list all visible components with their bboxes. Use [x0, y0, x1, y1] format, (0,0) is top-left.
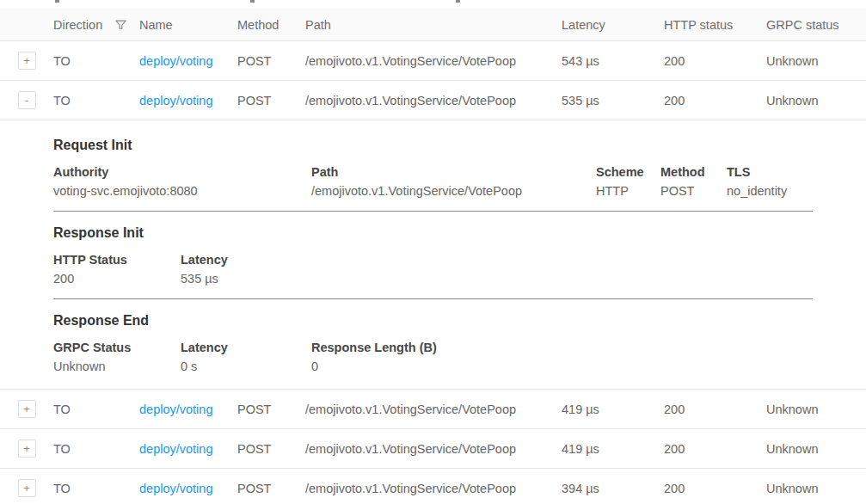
field-label: GRPC Status	[53, 341, 172, 354]
field-latency: Latency 535 µs	[181, 253, 236, 286]
response-end-section: Response End GRPC Status Unknown Latency…	[53, 299, 813, 373]
filter-icon[interactable]	[114, 18, 127, 31]
http-status-value: 200	[655, 403, 758, 416]
field-value: 535 µs	[181, 272, 228, 286]
grpc-status-value: Unknown	[758, 94, 866, 108]
tap-requests-table: Direction Name Method Path Latency HTTP …	[0, 9, 866, 504]
method-value: POST	[229, 94, 297, 108]
direction-value: TO	[45, 403, 131, 416]
grpc-status-value: Unknown	[758, 54, 866, 68]
expand-row-button[interactable]: +	[18, 479, 36, 497]
direction-value: TO	[45, 94, 131, 108]
field-value: voting-svc.emojivoto:8080	[53, 184, 303, 198]
expand-row-button[interactable]: +	[18, 439, 36, 458]
field-grpc-status: GRPC Status Unknown	[53, 341, 181, 373]
field-value: Unknown	[53, 360, 172, 373]
request-init-section: Request Init Authority voting-svc.emojiv…	[53, 124, 813, 212]
cropped-toolbar-strip	[0, 0, 866, 9]
direction-value: TO	[45, 442, 131, 456]
cropped-content-fragment	[456, 0, 460, 3]
field-tls: TLS no_identity	[727, 165, 795, 198]
field-value: POST	[660, 184, 718, 198]
section-title: Request Init	[53, 138, 813, 153]
latency-value: 394 µs	[553, 482, 655, 495]
field-path: Path /emojivoto.v1.VotingService/VotePoo…	[311, 165, 596, 198]
path-value: /emojivoto.v1.VotingService/VotePoop	[297, 94, 553, 108]
table-row-expanded: - TO deploy/voting POST /emojivoto.v1.Vo…	[0, 81, 866, 120]
field-label: Latency	[181, 253, 228, 267]
field-authority: Authority voting-svc.emojivoto:8080	[53, 165, 311, 198]
resource-link[interactable]: deploy/voting	[139, 442, 212, 456]
field-response-length: Response Length (B) 0	[311, 341, 445, 373]
cropped-content-fragment	[55, 0, 59, 3]
field-label: Method	[660, 165, 718, 179]
column-header-latency: Latency	[553, 18, 655, 32]
direction-value: TO	[45, 54, 131, 68]
field-label: Scheme	[596, 165, 652, 179]
field-label: TLS	[727, 165, 787, 179]
field-value: 0 s	[181, 360, 303, 373]
resource-link[interactable]: deploy/voting	[139, 482, 212, 495]
table-row: + TO deploy/voting POST /emojivoto.v1.Vo…	[0, 41, 866, 81]
table-row: + TO deploy/voting POST /emojivoto.v1.Vo…	[0, 390, 866, 429]
resource-link[interactable]: deploy/voting	[139, 403, 212, 416]
field-method: Method POST	[660, 165, 727, 198]
collapse-row-button[interactable]: -	[18, 91, 36, 109]
response-init-section: Response Init HTTP Status 200 Latency 53…	[53, 212, 813, 299]
http-status-value: 200	[655, 94, 758, 108]
path-value: /emojivoto.v1.VotingService/VotePoop	[297, 54, 553, 68]
cropped-content-fragment	[250, 0, 255, 3]
expand-row-button[interactable]: +	[18, 52, 36, 70]
table-row: + TO deploy/voting POST /emojivoto.v1.Vo…	[0, 429, 866, 469]
field-value: 0	[311, 360, 437, 373]
field-value: HTTP	[596, 184, 652, 198]
grpc-status-value: Unknown	[758, 482, 866, 495]
method-value: POST	[229, 442, 297, 456]
column-header-method: Method	[229, 18, 297, 32]
field-latency: Latency 0 s	[181, 341, 311, 373]
method-value: POST	[229, 54, 297, 68]
expand-row-button[interactable]: +	[18, 400, 36, 418]
http-status-value: 200	[655, 482, 758, 495]
resource-link[interactable]: deploy/voting	[139, 54, 212, 68]
http-status-value: 200	[655, 442, 758, 456]
section-title: Response End	[53, 313, 813, 329]
column-header-name: Name	[131, 18, 229, 32]
resource-link[interactable]: deploy/voting	[139, 94, 212, 108]
column-header-direction-label: Direction	[53, 18, 102, 32]
section-title: Response Init	[53, 225, 813, 241]
field-http-status: HTTP Status 200	[53, 253, 181, 286]
field-label: Path	[311, 165, 587, 179]
column-header-grpc-status: GRPC status	[758, 18, 866, 32]
grpc-status-value: Unknown	[758, 403, 866, 416]
latency-value: 419 µs	[553, 403, 655, 416]
field-label: Response Length (B)	[311, 341, 437, 354]
field-value: 200	[53, 272, 172, 286]
request-detail-panel: Request Init Authority voting-svc.emojiv…	[0, 120, 866, 390]
field-value: /emojivoto.v1.VotingService/VotePoop	[311, 184, 587, 198]
method-value: POST	[229, 403, 297, 416]
path-value: /emojivoto.v1.VotingService/VotePoop	[297, 442, 553, 456]
latency-value: 535 µs	[553, 94, 655, 108]
path-value: /emojivoto.v1.VotingService/VotePoop	[297, 482, 553, 495]
column-header-direction: Direction	[45, 18, 131, 32]
field-label: Authority	[53, 165, 303, 179]
column-header-path: Path	[297, 18, 553, 32]
field-label: Latency	[181, 341, 303, 354]
table-row: + TO deploy/voting POST /emojivoto.v1.Vo…	[0, 469, 866, 504]
path-value: /emojivoto.v1.VotingService/VotePoop	[297, 403, 553, 416]
column-header-http-status: HTTP status	[655, 18, 758, 32]
grpc-status-value: Unknown	[758, 442, 866, 456]
field-value: no_identity	[727, 184, 787, 198]
http-status-value: 200	[655, 54, 758, 68]
table-header-row: Direction Name Method Path Latency HTTP …	[0, 9, 866, 41]
field-label: HTTP Status	[53, 253, 172, 267]
latency-value: 543 µs	[553, 54, 655, 68]
method-value: POST	[229, 482, 297, 495]
field-scheme: Scheme HTTP	[596, 165, 660, 198]
direction-value: TO	[45, 482, 131, 495]
latency-value: 419 µs	[553, 442, 655, 456]
